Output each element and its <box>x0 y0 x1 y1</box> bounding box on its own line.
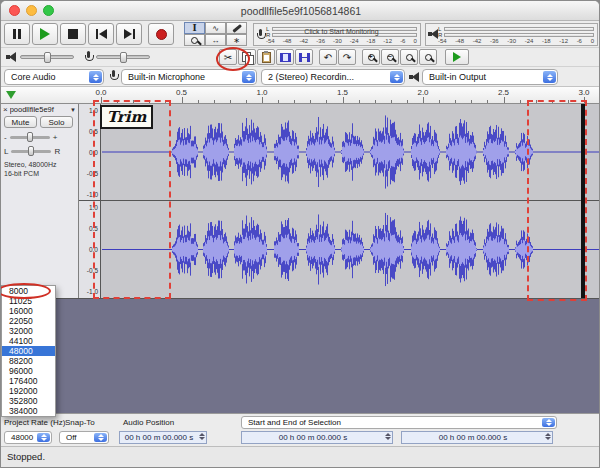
sample-rate-option[interactable]: 384000 <box>2 406 55 416</box>
meter-scale-number: 0 <box>414 38 417 44</box>
output-volume-thumb[interactable] <box>44 52 51 63</box>
project-rate-label: Project Rate (Hz) <box>4 418 65 427</box>
pan-slider[interactable] <box>11 150 51 153</box>
undo-button[interactable]: ↶ <box>319 49 337 65</box>
close-track-button[interactable]: × <box>3 105 8 114</box>
project-rate-dropdown[interactable]: 48000 <box>4 431 52 444</box>
input-device-dropdown[interactable]: Built-in Microphone <box>121 69 257 85</box>
solo-button[interactable]: Solo <box>40 116 73 128</box>
sample-rate-menu[interactable]: 8000110251600022050320004410048000882009… <box>1 285 56 417</box>
play-at-speed-button[interactable] <box>445 49 469 65</box>
sample-rate-option[interactable]: 88200 <box>2 356 55 366</box>
multi-tool-button[interactable]: ∗ <box>226 34 247 46</box>
track-control-panel[interactable]: × poodllfile5e9f ▼ Mute Solo - + L R Ste… <box>1 104 79 298</box>
meter-scale-number: -30 <box>333 38 342 44</box>
timeline-tick <box>278 100 279 103</box>
sample-rate-option[interactable]: 192000 <box>2 386 55 396</box>
timeline-tick <box>310 100 311 103</box>
pan-slider-thumb[interactable] <box>28 146 34 156</box>
audio-host-dropdown[interactable]: Core Audio <box>4 69 104 85</box>
zoom-out-button[interactable]: − <box>381 49 399 65</box>
mute-button[interactable]: Mute <box>4 116 37 128</box>
timeshift-tool-button[interactable]: ↔ <box>205 34 226 46</box>
track-header[interactable]: × poodllfile5e9f ▼ <box>3 105 76 114</box>
play-button[interactable] <box>32 23 58 45</box>
waveform-right-channel[interactable] <box>102 201 600 298</box>
sample-rate-option[interactable]: 96000 <box>2 366 55 376</box>
timeline-tick <box>133 100 134 103</box>
record-button[interactable] <box>148 23 174 45</box>
trim-icon <box>280 53 291 62</box>
sample-rate-option[interactable]: 22050 <box>2 316 55 326</box>
timeline-ruler[interactable]: 0.00.51.01.52.02.53.0 <box>1 87 600 104</box>
output-device-dropdown[interactable]: Built-in Output <box>422 69 558 85</box>
spinner-icon[interactable] <box>199 433 205 440</box>
waveform-left-channel[interactable] <box>102 104 600 200</box>
zoom-in-icon: + <box>368 54 375 61</box>
skip-to-end-button[interactable] <box>116 23 142 45</box>
selection-end-field[interactable]: 00 h 00 m 00.000 s <box>401 431 553 444</box>
meter-scale-number: -6 <box>400 38 405 44</box>
spinner-icon[interactable] <box>545 433 551 440</box>
sample-rate-option[interactable]: 32000 <box>2 326 55 336</box>
sample-rate-option[interactable]: 11025 <box>2 296 55 306</box>
meter-scale-number: -48 <box>455 38 464 44</box>
output-volume-slider[interactable] <box>20 55 74 59</box>
toolbar-row-2: ✂ ↶ ↷ + − <box>1 48 600 67</box>
titlebar[interactable]: poodllfile5e9f1056814861 <box>1 1 600 21</box>
clip-end-cursor[interactable] <box>581 104 585 298</box>
fit-selection-button[interactable] <box>400 49 418 65</box>
audio-position-display[interactable]: 00 h 00 m 00.000 s <box>119 431 207 444</box>
input-channels-dropdown[interactable]: 2 (Stereo) Recordin... <box>261 69 405 85</box>
sample-rate-option[interactable]: 16000 <box>2 306 55 316</box>
silence-audio-button[interactable] <box>295 49 313 65</box>
sample-rate-option[interactable]: 44100 <box>2 336 55 346</box>
stop-button[interactable] <box>60 23 86 45</box>
copy-button[interactable] <box>238 49 256 65</box>
gain-slider-thumb[interactable] <box>27 132 33 142</box>
sample-rate-option[interactable]: 48000 <box>2 346 55 356</box>
sample-rate-option[interactable]: 352800 <box>2 396 55 406</box>
track-menu-arrow-icon[interactable]: ▼ <box>70 107 76 113</box>
empty-track-space[interactable] <box>1 299 600 413</box>
dropdown-arrows-icon <box>542 418 555 427</box>
selection-mode-dropdown[interactable]: Start and End of Selection <box>241 416 557 429</box>
track-area[interactable]: × poodllfile5e9f ▼ Mute Solo - + L R Ste… <box>1 104 600 299</box>
channel-separator <box>79 200 600 201</box>
zoom-in-button[interactable]: + <box>362 49 380 65</box>
input-volume-thumb[interactable] <box>120 52 127 63</box>
audio-host-value: Core Audio <box>11 72 56 82</box>
snap-to-dropdown[interactable]: Off <box>59 431 109 444</box>
skip-to-start-button[interactable] <box>88 23 114 45</box>
monitoring-hint[interactable]: Click to Start Monitoring <box>266 26 417 38</box>
dropdown-arrows-icon <box>37 433 50 442</box>
zoom-tool-button[interactable] <box>184 34 205 46</box>
envelope-tool-button[interactable]: ∿ <box>205 22 226 34</box>
track-name[interactable]: poodllfile5e9f <box>10 105 68 114</box>
gain-slider[interactable] <box>10 136 50 139</box>
pause-button[interactable] <box>4 23 30 45</box>
zoom-tool-icon <box>191 37 198 44</box>
recording-meter[interactable]: L R Click to Start Monitoring -54-48-42-… <box>253 23 421 46</box>
trim-annotation-label: Trim <box>100 105 153 129</box>
paste-button[interactable] <box>257 49 275 65</box>
amplitude-scale-label: 0.5 <box>89 225 98 232</box>
input-volume-slider[interactable] <box>96 55 150 59</box>
selection-start-field[interactable]: 00 h 00 m 00.000 s <box>241 431 393 444</box>
fit-project-button[interactable] <box>419 49 437 65</box>
redo-button[interactable]: ↷ <box>338 49 356 65</box>
sample-rate-option[interactable]: 8000 <box>2 286 55 296</box>
window-title: poodllfile5e9f1056814861 <box>1 5 600 17</box>
playback-meter[interactable]: L R -54-48-42-36-30-24-18-12-60 <box>425 23 598 46</box>
status-text: Stopped. <box>7 451 45 462</box>
timeline-tick <box>471 100 472 103</box>
cut-button[interactable]: ✂ <box>219 49 237 65</box>
selection-tool-button[interactable]: I <box>184 22 205 34</box>
amplitude-scale-label: 1.0 <box>89 107 98 114</box>
track-bitdepth-info: 16-bit PCM <box>4 170 39 177</box>
spinner-icon[interactable] <box>385 433 391 440</box>
trim-audio-button[interactable] <box>276 49 294 65</box>
sample-rate-option[interactable]: 176400 <box>2 376 55 386</box>
draw-tool-button[interactable] <box>226 22 247 34</box>
timeline-options-icon[interactable] <box>6 91 16 99</box>
